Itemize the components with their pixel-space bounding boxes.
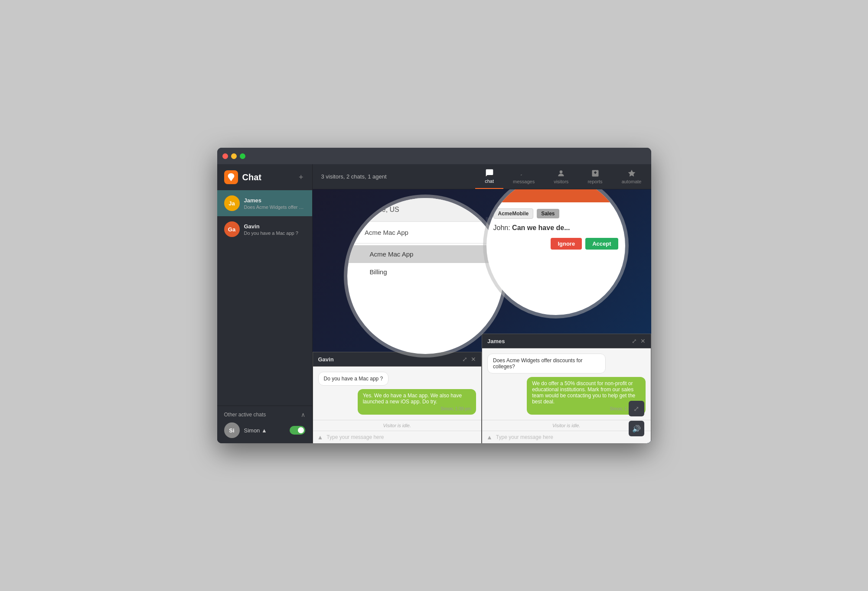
avatar-simon: Si bbox=[224, 422, 240, 438]
close-icon-gavin[interactable]: ✕ bbox=[471, 356, 476, 363]
avatar-gavin: Ga bbox=[224, 221, 240, 237]
dropdown-search-row[interactable]: ≡ Acme Mac App bbox=[347, 222, 503, 244]
status-james: Visitor is idle. bbox=[482, 420, 651, 431]
tab-reports[interactable]: reports bbox=[578, 164, 612, 189]
msg-gavin-1: Yes. We do have a Mac app. We also have … bbox=[358, 389, 476, 415]
traffic-lights bbox=[222, 153, 245, 159]
expand-icon-james[interactable]: ⤢ bbox=[632, 338, 637, 344]
tab-messages[interactable]: messages bbox=[503, 164, 544, 189]
center-area: ryder.uk 📍 Irvine, US ≡ Acme Mac App bbox=[313, 189, 651, 443]
agent-status-toggle[interactable] bbox=[290, 426, 305, 435]
panel-header-james: James ⤢ ✕ bbox=[482, 334, 651, 348]
status-gavin: Visitor is idle. bbox=[313, 420, 482, 431]
messages-tab-icon bbox=[519, 169, 528, 178]
magnifier-left: 📍 Irvine, US ≡ Acme Mac App Acme Mac App… bbox=[347, 198, 503, 354]
main-content: 3 visitors, 2 chats, 1 agent chat messag… bbox=[313, 164, 651, 443]
other-chats-label: Other active chats ∧ bbox=[224, 411, 305, 418]
fullscreen-button[interactable] bbox=[240, 153, 245, 159]
title-bar bbox=[217, 148, 651, 164]
chat-tab-icon bbox=[485, 169, 494, 177]
reports-tab-icon bbox=[591, 169, 600, 178]
main-layout: Chat + Ja James Does Acme Widgets offer … bbox=[217, 164, 651, 443]
sidebar-title: Chat bbox=[242, 172, 293, 182]
incoming-actions: Ignore Accept bbox=[493, 238, 618, 250]
tab-chat[interactable]: chat bbox=[475, 164, 503, 189]
msg-gavin-0: Do you have a Mac app ? bbox=[318, 372, 389, 386]
tab-automate[interactable]: automate bbox=[612, 164, 651, 189]
incoming-tags: AcmeMobile Sales bbox=[493, 208, 618, 219]
chat-panel-gavin: Gavin ⤢ ✕ Do you have a Mac app ? Yes. W… bbox=[313, 352, 482, 443]
incoming-prefix: John: bbox=[493, 224, 512, 231]
close-button[interactable] bbox=[222, 153, 228, 159]
stats-bar: 3 visitors, 2 chats, 1 agent bbox=[313, 173, 476, 180]
input-area-james[interactable]: ▲ Type your message here bbox=[482, 431, 651, 443]
top-nav: 3 visitors, 2 chats, 1 agent chat messag… bbox=[313, 164, 651, 189]
chat-preview-gavin: Do you have a Mac app ? bbox=[244, 231, 305, 236]
panel-actions-gavin: ⤢ ✕ bbox=[462, 356, 476, 363]
fox-icon bbox=[226, 172, 236, 182]
chevron-up-icon: ∧ bbox=[301, 411, 305, 418]
avatar-james: Ja bbox=[224, 195, 240, 211]
input-placeholder-james: Type your message here bbox=[496, 434, 646, 440]
chat-name-james: James bbox=[244, 197, 305, 204]
tag-team: Sales bbox=[537, 209, 559, 218]
expand-icon[interactable]: ⤢ bbox=[629, 401, 644, 416]
dropdown-option-billing[interactable]: Billing bbox=[347, 263, 503, 281]
chat-info-james: James Does Acme Widgets offer dis... bbox=[244, 197, 305, 210]
panel-name-james: James bbox=[487, 338, 505, 344]
panel-name-gavin: Gavin bbox=[318, 356, 334, 363]
panel-actions-james: ⤢ ✕ bbox=[632, 338, 646, 344]
tag-product: AcmeMobile bbox=[493, 208, 534, 219]
automate-tab-icon bbox=[627, 169, 636, 178]
chat-messages-james: Does Acme Widgets offer discounts for co… bbox=[482, 348, 651, 420]
sidebar-header: Chat + bbox=[217, 164, 312, 190]
incoming-message: John: Can we have de... bbox=[493, 223, 618, 233]
volume-icon[interactable]: 🔊 bbox=[629, 421, 644, 436]
app-logo bbox=[224, 170, 238, 184]
input-arrow-james: ▲ bbox=[486, 434, 493, 441]
agent-name: Simon ▲ bbox=[244, 427, 285, 434]
corner-icons: ⤢ 🔊 bbox=[629, 401, 644, 436]
msg-james-0: Does Acme Widgets offer discounts for co… bbox=[487, 354, 606, 373]
input-area-gavin[interactable]: ▲ Type your message here bbox=[313, 431, 482, 443]
close-icon-james[interactable]: ✕ bbox=[640, 338, 646, 344]
chat-item-gavin[interactable]: Ga Gavin Do you have a Mac app ? bbox=[217, 216, 312, 242]
incoming-body: AcmeMobile Sales John: Can we have de...… bbox=[486, 202, 625, 256]
chat-item-james[interactable]: Ja James Does Acme Widgets offer dis... bbox=[217, 190, 312, 216]
nav-tabs: chat messages visitors bbox=[475, 164, 651, 189]
sidebar: Chat + Ja James Does Acme Widgets offer … bbox=[217, 164, 313, 443]
chat-name-gavin: Gavin bbox=[244, 223, 305, 230]
svg-point-0 bbox=[560, 170, 563, 173]
input-arrow-gavin: ▲ bbox=[317, 434, 323, 441]
search-value: Acme Mac App bbox=[365, 229, 408, 236]
chat-list: Ja James Does Acme Widgets offer dis... … bbox=[217, 190, 312, 406]
mac-window: Chat + Ja James Does Acme Widgets offer … bbox=[217, 148, 651, 443]
chat-panel-james: James ⤢ ✕ Does Acme Widgets offer discou… bbox=[482, 334, 651, 443]
minimize-button[interactable] bbox=[231, 153, 237, 159]
tab-visitors[interactable]: visitors bbox=[544, 164, 578, 189]
dropdown-options: Acme Mac App Billing bbox=[347, 244, 503, 283]
sidebar-footer: Other active chats ∧ Si Simon ▲ bbox=[217, 406, 312, 443]
chat-panels: Gavin ⤢ ✕ Do you have a Mac app ? Yes. W… bbox=[313, 334, 651, 443]
incoming-bold: Can we have de... bbox=[512, 224, 570, 231]
chat-info-gavin: Gavin Do you have a Mac app ? bbox=[244, 223, 305, 236]
accept-button[interactable]: Accept bbox=[585, 238, 618, 250]
msg-james-1: We do offer a 50% discount for non-profi… bbox=[527, 377, 645, 415]
input-placeholder-gavin: Type your message here bbox=[326, 434, 477, 440]
chat-preview-james: Does Acme Widgets offer dis... bbox=[244, 205, 305, 210]
chat-messages-gavin: Do you have a Mac app ? Yes. We do have … bbox=[313, 367, 482, 420]
visitors-tab-icon bbox=[557, 169, 565, 178]
dropdown-option-acme[interactable]: Acme Mac App bbox=[347, 245, 503, 263]
panel-header-gavin: Gavin ⤢ ✕ bbox=[313, 352, 482, 367]
add-chat-button[interactable]: + bbox=[297, 171, 305, 184]
expand-icon-gavin[interactable]: ⤢ bbox=[462, 356, 467, 363]
ignore-button[interactable]: Ignore bbox=[551, 238, 582, 250]
agent-row: Si Simon ▲ bbox=[224, 422, 305, 438]
